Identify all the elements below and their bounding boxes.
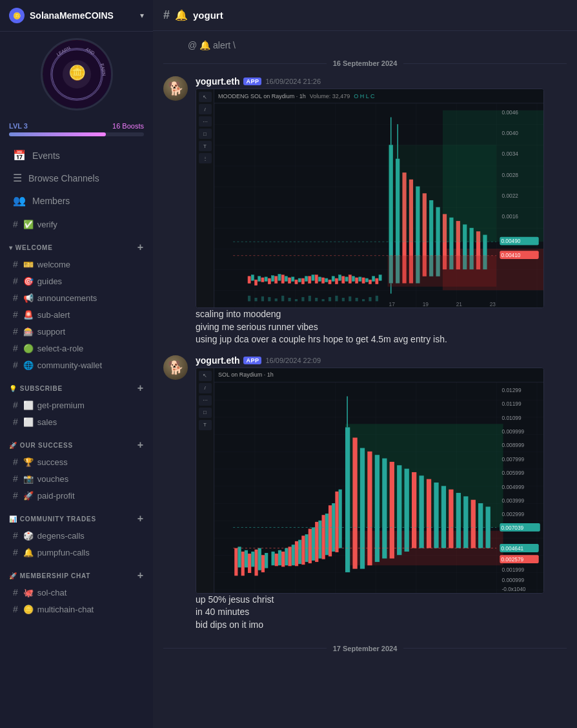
- channel-welcome[interactable]: # 🎫 welcome: [4, 256, 149, 273]
- svg-rect-132: [288, 546, 291, 566]
- section-our-success[interactable]: 🚀 OUR SUCCESS +: [0, 430, 153, 453]
- channel-paid-profit[interactable]: # 🚀 paid-profit: [4, 487, 149, 504]
- svg-rect-20: [315, 275, 318, 284]
- channel-support[interactable]: # 🎰 support: [4, 323, 149, 340]
- svg-rect-21: [322, 278, 325, 284]
- svg-rect-50: [248, 296, 250, 302]
- section-welcome[interactable]: ▾ WELCOME +: [0, 233, 153, 256]
- hash-icon: #: [13, 530, 18, 541]
- message-author: yogurt.eth: [196, 76, 239, 87]
- section-add-button[interactable]: +: [137, 242, 144, 253]
- date-divider-2: 17 September 2024: [153, 638, 577, 659]
- svg-rect-34: [278, 275, 281, 281]
- svg-text:0.00490: 0.00490: [501, 238, 520, 244]
- svg-rect-157: [463, 496, 468, 548]
- channel-label: community-wallet: [37, 360, 102, 370]
- svg-rect-23: [335, 278, 338, 284]
- svg-rect-55: [281, 296, 284, 302]
- hash-icon: #: [13, 417, 18, 427]
- section-membership-chat[interactable]: 🚀 MEMBERSHIP CHAT +: [0, 561, 153, 584]
- sidebar-item-events[interactable]: 📅 Events: [4, 144, 149, 167]
- svg-rect-30: [251, 275, 254, 281]
- channel-announcements[interactable]: # 📢 announcements: [4, 289, 149, 306]
- channel-header-name: yogurt: [193, 10, 223, 21]
- hash-icon: #: [13, 490, 18, 501]
- svg-rect-48: [372, 276, 375, 281]
- svg-rect-60: [315, 298, 318, 301]
- chart-price: O H L C: [354, 93, 374, 99]
- hash-icon: #: [13, 293, 18, 303]
- sidebar-item-members[interactable]: 👥 Members: [4, 189, 149, 212]
- message-content-1: yogurt.eth APP 16/09/2024 21:26 ↖ / ⋯ □ …: [196, 76, 567, 348]
- channel-get-premium[interactable]: # ⬜ get-premium: [4, 397, 149, 413]
- svg-rect-68: [369, 297, 371, 301]
- svg-rect-147: [390, 462, 394, 559]
- level-bar-area: LVL 3 16 Boosts: [0, 117, 153, 144]
- svg-rect-36: [292, 277, 294, 281]
- section-add-button[interactable]: +: [137, 439, 144, 451]
- svg-text:0.005999: 0.005999: [501, 470, 524, 476]
- chart-1: ↖ / ⋯ □ T ⋮ MOODENG SOL on Raydium · 1h …: [196, 88, 544, 308]
- svg-text:21: 21: [456, 301, 463, 307]
- server-header[interactable]: 🪙 SolanaMemeCOINS ▾: [0, 0, 153, 32]
- svg-rect-51: [254, 298, 257, 301]
- sidebar-item-browse-channels[interactable]: ☰ Browse Channels: [4, 167, 149, 189]
- svg-rect-42: [332, 276, 334, 281]
- hash-icon: #: [13, 259, 18, 269]
- svg-rect-138: [329, 505, 332, 556]
- section-toggle-icon: ▾: [9, 244, 13, 251]
- channel-label: sub-alert: [37, 310, 70, 320]
- channel-sub-alert[interactable]: # 🚨 sub-alert: [4, 306, 149, 323]
- svg-rect-25: [349, 275, 351, 284]
- svg-rect-126: [318, 521, 321, 559]
- svg-rect-46: [359, 277, 361, 281]
- date-divider-1: 16 September 2024: [153, 53, 577, 74]
- divider-line: [163, 63, 327, 64]
- svg-rect-115: [245, 550, 248, 568]
- svg-rect-10: [248, 276, 250, 284]
- channel-guides[interactable]: # 🎯 guides: [4, 273, 149, 289]
- svg-marker-89: [388, 256, 497, 287]
- svg-rect-59: [309, 296, 311, 302]
- svg-text:23: 23: [490, 301, 496, 307]
- svg-rect-112: [254, 549, 258, 576]
- alert-message: @ 🔔 alert \: [153, 37, 577, 53]
- section-label: COMMUNITY TRADES: [20, 515, 96, 523]
- svg-text:-0.0x1040: -0.0x1040: [501, 585, 525, 592]
- channel-sol-chat[interactable]: # 🐙 sol-chat: [4, 584, 149, 601]
- svg-rect-13: [268, 278, 270, 284]
- message-header-1: yogurt.eth APP 16/09/2024 21:26: [196, 76, 567, 87]
- chart-svg-2: 0.01299 0.01199 0.01099 0.009999 0.00899…: [214, 382, 543, 593]
- section-add-button[interactable]: +: [137, 513, 144, 525]
- channel-sales[interactable]: # ⬜ sales: [4, 413, 149, 430]
- channel-success[interactable]: # 🏆 success: [4, 453, 149, 470]
- svg-rect-18: [301, 278, 304, 284]
- svg-rect-66: [356, 298, 358, 301]
- chart-ticker: MOODENG SOL on Raydium · 1h: [218, 93, 306, 99]
- svg-rect-64: [342, 298, 345, 301]
- channel-verify[interactable]: # ✅ verify: [4, 216, 149, 233]
- section-community-trades[interactable]: 📊 COMMUNITY TRADES +: [0, 504, 153, 527]
- channel-header: # 🔔 yogurt: [153, 0, 577, 31]
- channel-select-role[interactable]: # 🟢 select-a-role: [4, 340, 149, 357]
- svg-rect-52: [261, 296, 264, 301]
- channel-vouches[interactable]: # 📸 vouches: [4, 470, 149, 487]
- chart-main: 0.0046 0.0040 0.0034 0.0028 0.0022 0.001…: [214, 103, 543, 307]
- server-logo-inner: 🪙 LEARN AND EARN: [43, 40, 111, 109]
- avatar-1: 🐕: [163, 76, 188, 101]
- hash-icon: #: [13, 587, 18, 598]
- messages-area[interactable]: @ 🔔 alert \ 16 September 2024 🐕 yogurt.e…: [153, 31, 577, 728]
- svg-rect-41: [325, 278, 328, 282]
- channel-degens-calls[interactable]: # 🎲 degens-calls: [4, 527, 149, 544]
- svg-rect-26: [356, 278, 358, 284]
- channel-multichain-chat[interactable]: # 🪙 multichain-chat: [4, 601, 149, 618]
- svg-text:0.002579: 0.002579: [501, 556, 523, 563]
- chart-main-2: 0.01299 0.01199 0.01099 0.009999 0.00899…: [214, 382, 543, 593]
- svg-rect-113: [261, 555, 265, 572]
- channel-pumpfun-calls[interactable]: # 🔔 pumpfun-calls: [4, 544, 149, 561]
- channel-community-wallet[interactable]: # 🌐 community-wallet: [4, 357, 149, 373]
- svg-rect-14: [275, 276, 278, 284]
- section-add-button[interactable]: +: [137, 570, 144, 581]
- section-subscribe[interactable]: 💡 SUBSCRIBE +: [0, 373, 153, 397]
- section-add-button[interactable]: +: [137, 382, 144, 394]
